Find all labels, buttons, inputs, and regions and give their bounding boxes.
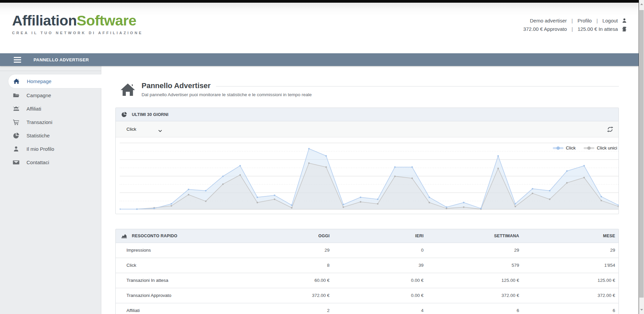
profile-link[interactable]: Profilo (578, 18, 592, 23)
row-label: Affiliati (116, 303, 249, 314)
sidebar-item-il-mio-profilo[interactable]: Il mio Profilo (0, 142, 101, 155)
chart-toolbar: Click (116, 121, 619, 137)
table-cell: 0.00 € (333, 288, 427, 303)
user-menu-line: Demo advertiser | Profilo | Logout (523, 16, 627, 25)
sidebar-item-homepage[interactable]: Homepage (8, 74, 101, 88)
user-icon (13, 146, 19, 152)
folder-icon (13, 92, 19, 98)
app-window: AffiliationSoftware CREA IL TUO NETWORK … (0, 3, 639, 314)
envelope-icon (13, 159, 19, 165)
table-cell: 6 (427, 303, 523, 314)
column-header-settimana: SETTIMANA (427, 229, 523, 243)
sidebar-item-campagne[interactable]: Campagne (0, 88, 101, 102)
balance-line: 372.00 € Approvato | 125.00 € In attesa (523, 25, 627, 33)
sidebar-item-label: Affiliati (26, 106, 41, 112)
table-cell: 1'854 (523, 258, 619, 273)
page-subtitle: Dal pannello Advertiser puoi monitorare … (142, 92, 619, 97)
logout-link[interactable]: Logout (602, 18, 618, 23)
legend-swatch-click (553, 147, 564, 149)
scrollbar-thumb[interactable] (639, 10, 644, 298)
quick-report-table: RESOCONTO RAPIDO OGGI IERI SETTIMANA MES… (116, 229, 619, 314)
column-header-oggi: OGGI (249, 229, 333, 243)
logo-part2: Software (77, 12, 137, 28)
header-user-info: Demo advertiser | Profilo | Logout 372.0… (523, 16, 627, 33)
panel-header: ULTIMI 30 GIORNI (116, 108, 619, 121)
table-row: Click 8 39 579 1'854 (116, 258, 619, 273)
sidebar-item-label: Transazioni (26, 119, 52, 125)
sidebar-item-transazioni[interactable]: Transazioni (0, 115, 101, 129)
table-header-row: RESOCONTO RAPIDO OGGI IERI SETTIMANA MES… (116, 229, 619, 243)
account-link[interactable]: Demo advertiser (530, 18, 567, 23)
table-cell: 372.00 € (249, 288, 333, 303)
panel-title: ULTIMI 30 GIORNI (132, 112, 168, 117)
area-chart-icon (121, 233, 127, 239)
table-cell: 8 (249, 258, 333, 273)
page-scrollbar[interactable] (639, 0, 644, 314)
table-cell: 60.00 € (249, 273, 333, 288)
legend-item-click-unici[interactable]: Click unici (584, 145, 617, 150)
scrollbar-up-arrow-icon[interactable] (640, 3, 643, 5)
table-cell: 0.00 € (333, 273, 427, 288)
chart-area: Click Click unici (116, 137, 619, 214)
logo-tagline: CREA IL TUO NETWORK DI AFFILIAZIONE (12, 31, 143, 35)
row-label: Click (116, 258, 249, 273)
table-cell: 125.00 € (427, 273, 523, 288)
pending-balance: 125.00 € In attesa (578, 26, 618, 32)
sidebar-item-label: Campagne (26, 92, 51, 98)
column-header-ieri: IERI (333, 229, 427, 243)
logo-part1: Affiliation (12, 12, 77, 28)
page-header: Pannello Advertiser Dal pannello Adverti… (120, 81, 619, 98)
table-cell: 125.00 € (523, 273, 619, 288)
table-cell: 372.00 € (523, 288, 619, 303)
table-row: Impressions 29 0 29 29 (116, 243, 619, 258)
hamburger-icon[interactable] (14, 57, 21, 63)
sidebar-item-label: Statistiche (26, 133, 50, 138)
sidebar-menu: Homepage Campagne Affiliati Transazioni … (0, 74, 101, 169)
coins-icon (622, 26, 627, 32)
logo-wordmark: AffiliationSoftware (12, 13, 143, 28)
sidebar-item-affiliati[interactable]: Affiliati (0, 102, 101, 115)
row-label: Impressions (116, 243, 249, 258)
sidebar-item-contattaci[interactable]: Contattaci (0, 155, 101, 169)
table-cell: 0 (333, 243, 427, 258)
row-label: Transazioni In attesa (116, 273, 249, 288)
table-row: Transazioni In attesa 60.00 € 0.00 € 125… (116, 273, 619, 288)
chart-legend: Click Click unici (553, 145, 617, 150)
legend-label: Click unici (597, 145, 617, 150)
row-label: Transazioni Approvato (116, 288, 249, 303)
top-navbar: PANNELLO ADVERTISER (0, 53, 639, 66)
metric-select[interactable]: Click (125, 125, 163, 133)
table-cell: 39 (333, 258, 427, 273)
page-title: Pannello Advertiser (142, 81, 211, 90)
user-icon (622, 18, 627, 23)
refresh-icon[interactable] (607, 126, 613, 132)
pie-chart-icon (13, 132, 19, 138)
sidebar-item-label: Contattaci (26, 160, 49, 165)
sidebar-item-label: Il mio Profilo (26, 146, 54, 152)
chart-svg (120, 143, 619, 211)
column-header-mese: MESE (523, 229, 619, 243)
separator: | (571, 18, 574, 23)
table-row: Affiliati 2 4 6 6 (116, 303, 619, 314)
quick-report-panel: RESOCONTO RAPIDO OGGI IERI SETTIMANA MES… (115, 229, 619, 314)
legend-item-click[interactable]: Click (553, 145, 576, 150)
sidebar-item-label: Homepage (27, 78, 51, 84)
scrollbar-down-arrow-icon[interactable] (640, 309, 643, 311)
approved-balance: 372.00 € Approvato (523, 26, 567, 32)
main-content: Pannello Advertiser Dal pannello Adverti… (101, 66, 639, 314)
table-title: RESOCONTO RAPIDO (132, 234, 177, 238)
home-icon (120, 82, 136, 98)
table-cell: 6 (523, 303, 619, 314)
table-cell: 2 (249, 303, 333, 314)
sidebar: Homepage Campagne Affiliati Transazioni … (0, 66, 101, 314)
sidebar-item-statistiche[interactable]: Statistiche (0, 129, 101, 142)
last-30-days-panel: ULTIMI 30 GIORNI Click (115, 108, 619, 214)
table-row: Transazioni Approvato 372.00 € 0.00 € 37… (116, 288, 619, 303)
users-icon (13, 106, 19, 112)
table-cell: 579 (427, 258, 523, 273)
cart-icon (13, 119, 19, 125)
table-cell: 4 (333, 303, 427, 314)
site-header: AffiliationSoftware CREA IL TUO NETWORK … (0, 3, 639, 53)
logo: AffiliationSoftware CREA IL TUO NETWORK … (12, 13, 143, 35)
table-cell: 29 (427, 243, 523, 258)
